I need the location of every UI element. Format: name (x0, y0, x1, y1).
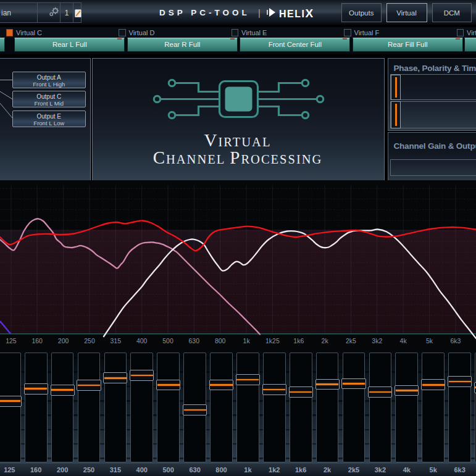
svg-text:6k3: 6k3 (450, 337, 461, 344)
svg-text:1k: 1k (243, 337, 251, 344)
svg-text:250: 250 (84, 337, 95, 344)
svg-text:5k: 5k (426, 337, 433, 344)
svg-text:630: 630 (189, 337, 200, 344)
svg-text:800: 800 (215, 337, 226, 344)
svg-text:1k25: 1k25 (265, 337, 280, 344)
svg-text:4k: 4k (400, 337, 407, 344)
svg-text:500: 500 (162, 337, 173, 344)
svg-text:315: 315 (111, 337, 122, 344)
svg-text:2k5: 2k5 (346, 337, 356, 344)
svg-text:160: 160 (31, 337, 43, 344)
svg-text:1k6: 1k6 (293, 337, 304, 344)
svg-text:400: 400 (136, 337, 148, 344)
svg-text:3k2: 3k2 (372, 337, 382, 344)
svg-text:200: 200 (58, 337, 69, 344)
svg-text:125: 125 (6, 337, 17, 344)
svg-text:2k: 2k (322, 337, 329, 344)
